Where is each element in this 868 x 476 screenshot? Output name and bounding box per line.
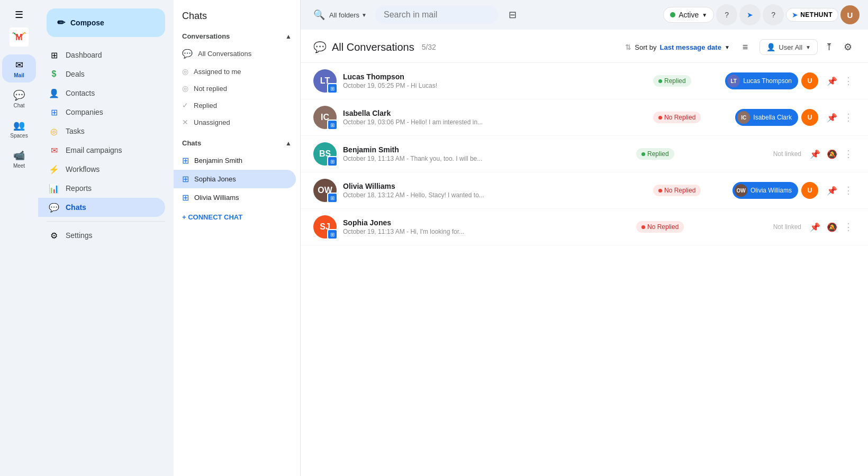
hamburger-menu[interactable]: ☰ xyxy=(2,4,36,25)
more-icon-isabella-clark[interactable]: ⋮ xyxy=(842,109,855,125)
nav-email-campaigns-label: Email campaigns xyxy=(66,146,122,154)
deals-icon: $ xyxy=(49,69,59,79)
conversations-section-header[interactable]: Conversations ▲ xyxy=(174,28,300,44)
mute-icon-benjamin-smith[interactable]: 🔕 xyxy=(825,147,839,161)
conv-row-isabella-clark[interactable]: IC ⊞ Isabella Clark October 19, 03:06 PM… xyxy=(301,99,868,136)
chat-item-olivia[interactable]: ⊞ Olivia Williams xyxy=(174,188,296,207)
nav-email-campaigns[interactable]: ✉ Email campaigns xyxy=(38,141,165,160)
conv-all-label: All Conversations xyxy=(198,50,251,58)
nav-tasks-label: Tasks xyxy=(66,127,85,135)
nav-deals[interactable]: $ Deals xyxy=(38,65,165,84)
assignee-name-lucas-thompson: Lucas Thompson xyxy=(743,77,792,85)
conv-item-all[interactable]: 💬 All Conversations xyxy=(174,44,296,63)
no-replied-dot xyxy=(658,116,662,120)
no-replied-dot xyxy=(641,225,645,229)
rail-meet[interactable]: 📹 Meet xyxy=(2,145,36,173)
status-badge-isabella-clark: No Replied xyxy=(653,112,701,123)
topbar-icon-1: ? xyxy=(725,11,729,19)
chat-sophia-icon: ⊞ xyxy=(182,174,189,184)
contacts-icon: 👤 xyxy=(49,88,59,98)
user-all-button[interactable]: 👤 User All ▼ xyxy=(760,39,818,55)
chats-section-title: Chats xyxy=(182,139,201,147)
search-input[interactable] xyxy=(384,10,490,20)
pin-icon-lucas-thompson[interactable]: 📌 xyxy=(825,74,839,88)
pin-icon-isabella-clark[interactable]: 📌 xyxy=(825,111,839,125)
search-area xyxy=(375,6,498,24)
conv-actions-sophia-jones: 📌 🔕 ⋮ xyxy=(808,219,855,235)
nav-reports[interactable]: 📊 Reports xyxy=(38,179,165,198)
conv-status-area-benjamin-smith: Replied xyxy=(636,148,700,160)
compose-button[interactable]: ✏ Compose xyxy=(47,8,165,37)
assignee-chip-lucas-thompson: LT Lucas Thompson xyxy=(725,72,798,89)
pin-icon-sophia-jones[interactable]: 📌 xyxy=(808,220,822,234)
sort-button[interactable]: ⇅ Sort by Last message date ▼ xyxy=(620,40,735,54)
rail-mail[interactable]: ✉ Mail xyxy=(2,54,36,83)
reports-icon: 📊 xyxy=(49,183,59,194)
nav-contacts[interactable]: 👤 Contacts xyxy=(38,84,165,103)
companies-icon: ⊞ xyxy=(49,107,59,117)
nav-dashboard[interactable]: ⊞ Dashboard xyxy=(38,45,165,65)
right-avatar-lucas-thompson: U xyxy=(801,72,818,89)
nav-chats[interactable]: 💬 Chats xyxy=(38,198,165,217)
more-icon-olivia-williams[interactable]: ⋮ xyxy=(842,182,855,198)
conv-assigned-label: Assigned to me xyxy=(194,68,241,76)
no-replied-dot xyxy=(658,189,662,193)
more-icon-sophia-jones[interactable]: ⋮ xyxy=(842,219,855,235)
settings-conv-icon: ⚙ xyxy=(844,42,852,52)
nethunt-label: NETHUNT xyxy=(800,11,833,19)
conv-row-lucas-thompson[interactable]: LT ⊞ Lucas Thompson October 19, 05:25 PM… xyxy=(301,63,868,99)
conversations-section-items: 💬 All Conversations ◎ Assigned to me ◎ N… xyxy=(174,44,300,131)
nav-companies[interactable]: ⊞ Companies xyxy=(38,103,165,122)
status-label: Active xyxy=(679,11,699,19)
filter-lines-icon: ≡ xyxy=(743,42,748,52)
conversations-count: 5/32 xyxy=(422,43,436,51)
chat-item-benjamin[interactable]: ⊞ Benjamin Smith xyxy=(174,151,296,170)
mute-icon-sophia-jones[interactable]: 🔕 xyxy=(825,220,839,234)
conv-item-assigned[interactable]: ◎ Assigned to me xyxy=(174,63,296,80)
conv-avatar-olivia-williams: OW ⊞ xyxy=(313,179,337,202)
topbar-icon-btn-2[interactable]: ➤ xyxy=(739,4,761,25)
assignee-area-olivia-williams: OW Olivia Williams U xyxy=(723,182,818,199)
folder-select[interactable]: 🔍 All folders ▼ xyxy=(309,9,371,21)
avatar-badge-lucas-thompson: ⊞ xyxy=(327,83,338,94)
connect-chat-button[interactable]: + CONNECT CHAT xyxy=(174,207,300,227)
more-icon-lucas-thompson[interactable]: ⋮ xyxy=(842,73,855,89)
conv-name-isabella-clark: Isabella Clark xyxy=(343,109,647,117)
rail-chat[interactable]: 💬 Chat xyxy=(2,85,36,113)
conv-body-isabella-clark: Isabella Clark October 19, 03:06 PM - He… xyxy=(343,109,647,126)
conv-item-unassigned[interactable]: ✕ Unassigned xyxy=(174,114,296,131)
rail-spaces[interactable]: 👥 Spaces xyxy=(2,115,36,143)
pin-icon-olivia-williams[interactable]: 📌 xyxy=(825,184,839,198)
topbar-icon-btn-1[interactable]: ? xyxy=(716,4,737,25)
conv-name-benjamin-smith: Benjamin Smith xyxy=(343,145,630,154)
avatar-badge-isabella-clark: ⊞ xyxy=(327,120,338,130)
nav-tasks[interactable]: ◎ Tasks xyxy=(38,122,165,141)
tasks-icon: ◎ xyxy=(49,126,59,136)
conv-title-area: 💬 All Conversations 5/32 xyxy=(313,41,436,53)
filter-lines-button[interactable]: ≡ xyxy=(739,39,752,56)
chats-section-header[interactable]: Chats ▲ xyxy=(174,135,300,151)
nav-settings[interactable]: ⚙ Settings xyxy=(38,226,165,245)
conv-controls: ⇅ Sort by Last message date ▼ ≡ 👤 User A… xyxy=(620,38,855,56)
status-text: No Replied xyxy=(664,114,695,121)
add-conv-button[interactable]: ⤒ xyxy=(822,38,836,56)
assignee-area-lucas-thompson: LT Lucas Thompson U xyxy=(723,72,818,89)
assignee-chip-isabella-clark: IC Isabella Clark xyxy=(735,109,798,126)
conv-row-olivia-williams[interactable]: OW ⊞ Olivia Williams October 18, 13:12 A… xyxy=(301,172,868,209)
conv-avatar-sophia-jones: SJ ⊞ xyxy=(313,215,337,239)
search-filter-button[interactable]: ⊟ xyxy=(502,4,523,25)
nav-deals-label: Deals xyxy=(66,70,85,78)
conv-item-replied[interactable]: ✓ Replied xyxy=(174,97,296,114)
chat-item-sophia[interactable]: ⊞ Sophia Jones xyxy=(174,170,296,188)
conv-item-not-replied[interactable]: ◎ Not replied xyxy=(174,80,296,97)
conv-row-benjamin-smith[interactable]: BS ⊞ Benjamin Smith October 19, 11:13 AM… xyxy=(301,136,868,172)
conv-row-sophia-jones[interactable]: SJ ⊞ Sophia Jones October 19, 11:13 AM -… xyxy=(301,209,868,245)
topbar-icon-btn-3[interactable]: ? xyxy=(763,4,784,25)
conv-replied-label: Replied xyxy=(194,102,217,109)
nav-workflows[interactable]: ⚡ Workflows xyxy=(38,160,165,179)
pin-icon-benjamin-smith[interactable]: 📌 xyxy=(808,147,822,161)
status-button[interactable]: Active ▼ xyxy=(663,7,714,23)
settings-conv-button[interactable]: ⚙ xyxy=(840,38,855,56)
user-avatar[interactable]: U xyxy=(840,5,860,24)
more-icon-benjamin-smith[interactable]: ⋮ xyxy=(842,146,855,162)
